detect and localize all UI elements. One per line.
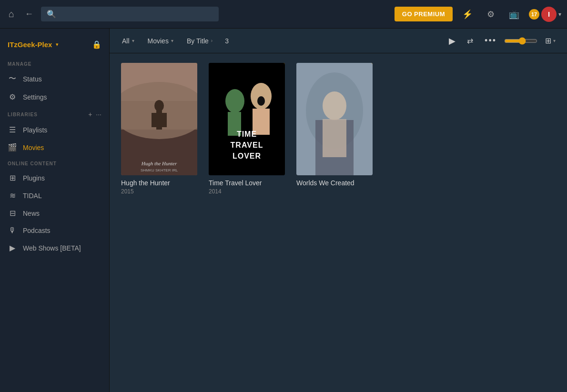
plugins-icon: ⊞ [8,173,17,182]
sidebar-item-news-label: News [23,210,40,217]
chevron-down-icon: ▾ [558,11,561,18]
manage-label: MANAGE [0,57,109,70]
sidebar-item-tidal[interactable]: ≋ TIDAL [0,187,109,204]
movies-chevron-icon: ▾ [171,38,173,43]
movie-poster-ttl: TIME TRAVEL LOVER [209,63,285,175]
svg-point-15 [257,96,265,106]
svg-text:LOVER: LOVER [233,152,261,160]
movie-title-wc: Worlds We Created [296,179,373,187]
webshows-icon: ▶ [8,243,17,252]
gear-icon: ⚙ [8,92,17,101]
user-area[interactable]: 17 I ▾ [529,7,561,22]
sidebar-item-settings-label: Settings [23,93,47,101]
libraries-label: LIBRARIES [8,112,88,117]
movies-icon: 🎬 [8,143,17,152]
notification-badge: 17 [529,9,539,20]
all-filter-button[interactable]: All ▾ [117,34,139,48]
lock-icon: 🔒 [92,40,101,49]
news-icon: ⊟ [8,209,17,218]
more-options-button[interactable]: ••• [481,33,500,49]
libraries-header: LIBRARIES + ··· [0,106,109,121]
settings-icon[interactable]: ⚙ [482,6,499,22]
count-badge: 3 [221,37,233,45]
avatar: I [541,7,557,22]
add-library-icon[interactable]: + [88,111,92,118]
svg-rect-7 [161,113,167,127]
movie-year-ttl: 2014 [209,188,285,195]
sidebar-item-movies[interactable]: 🎬 Movies [0,139,109,156]
svg-point-22 [323,91,346,120]
search-bar: 🔍 [41,7,219,21]
search-icon: 🔍 [47,10,56,19]
main-content: Hugh the Hunter SHMKU SKHTER IRL Hugh th… [110,53,567,392]
filter-bar: All ▾ Movies ▾ By Title › 3 ▶ ⇄ ••• ⊞ ▾ [110,29,567,53]
sort-arrow-icon: › [211,38,213,43]
play-all-button[interactable]: ▶ [445,33,459,49]
sidebar-item-status-label: Status [23,75,42,83]
main-layout: ITzGeek-Plex ▾ 🔒 MANAGE 〜 Status ⚙ Setti… [0,29,567,392]
sidebar-item-webshows-label: Web Shows [BETA] [23,244,81,252]
sidebar-item-playlists[interactable]: ☰ Playlists [0,121,109,139]
sidebar-item-playlists-label: Playlists [23,126,47,134]
sidebar-item-podcasts[interactable]: 🎙 Podcasts [0,222,109,239]
activity-icon[interactable]: ⚡ [457,6,477,22]
server-chevron-icon: ▾ [56,41,59,48]
tidal-icon: ≋ [8,191,17,200]
svg-text:Hugh the Hunter: Hugh the Hunter [141,161,177,166]
movie-poster-wc [296,63,373,175]
movie-title-ttl: Time Travel Lover [209,179,285,187]
movies-grid: Hugh the Hunter SHMKU SKHTER IRL Hugh th… [121,63,556,195]
movies-filter-button[interactable]: Movies ▾ [143,34,178,48]
libraries-actions: + ··· [88,111,101,118]
server-name: ITzGeek-Plex [8,40,52,49]
svg-text:SHMKU SKHTER IRL: SHMKU SKHTER IRL [141,168,178,172]
sidebar-item-podcasts-label: Podcasts [23,227,51,234]
sidebar-item-status[interactable]: 〜 Status [0,70,109,88]
movie-poster-hugh: Hugh the Hunter SHMKU SKHTER IRL [121,63,197,175]
search-input[interactable] [60,10,213,18]
svg-rect-23 [323,119,346,157]
zoom-range-input[interactable] [504,37,537,45]
sort-filter-button[interactable]: By Title › [182,34,217,48]
movie-card-hugh[interactable]: Hugh the Hunter SHMKU SKHTER IRL Hugh th… [121,63,197,195]
poster-art-ttl: TIME TRAVEL LOVER [209,63,285,175]
sidebar-item-settings[interactable]: ⚙ Settings [0,88,109,106]
svg-text:TIME: TIME [237,130,257,138]
movie-title-hugh: Hugh the Hunter [121,179,197,187]
zoom-slider [504,37,537,45]
top-nav: ⌂ ← 🔍 GO PREMIUM ⚡ ⚙ 📺 17 I ▾ [0,0,567,29]
go-premium-button[interactable]: GO PREMIUM [395,7,453,21]
svg-text:TRAVEL: TRAVEL [231,141,263,149]
shuffle-button[interactable]: ⇄ [463,33,477,48]
sidebar-item-plugins[interactable]: ⊞ Plugins [0,169,109,187]
podcasts-icon: 🎙 [8,226,17,235]
online-content-label: ONLINE CONTENT [0,156,109,169]
grid-view-button[interactable]: ⊞ ▾ [541,33,559,48]
svg-point-4 [154,100,164,111]
poster-art-wc [296,63,373,175]
back-icon[interactable]: ← [22,6,36,22]
status-icon: 〜 [8,74,17,84]
grid-icon: ⊞ [545,36,551,45]
playlist-icon: ☰ [8,125,17,134]
more-library-icon[interactable]: ··· [96,111,101,118]
right-panel: All ▾ Movies ▾ By Title › 3 ▶ ⇄ ••• ⊞ ▾ [110,29,567,392]
grid-chevron-icon: ▾ [553,38,556,43]
sidebar-item-plugins-label: Plugins [23,174,45,182]
home-icon[interactable]: ⌂ [6,6,17,22]
movie-card-wc[interactable]: Worlds We Created [296,63,373,195]
svg-rect-6 [152,113,157,127]
server-selector[interactable]: ITzGeek-Plex ▾ 🔒 [0,36,109,57]
sidebar-item-movies-label: Movies [23,144,44,151]
sidebar: ITzGeek-Plex ▾ 🔒 MANAGE 〜 Status ⚙ Setti… [0,29,110,392]
sidebar-item-webshows[interactable]: ▶ Web Shows [BETA] [0,239,109,257]
all-chevron-icon: ▾ [132,38,134,43]
cast-icon[interactable]: 📺 [504,6,524,22]
sidebar-item-news[interactable]: ⊟ News [0,204,109,222]
svg-point-11 [225,89,244,113]
sidebar-item-tidal-label: TIDAL [23,192,42,200]
movie-card-ttl[interactable]: TIME TRAVEL LOVER Time Travel Lover 2014 [209,63,285,195]
poster-art-hugh: Hugh the Hunter SHMKU SKHTER IRL [121,63,197,175]
movie-year-hugh: 2015 [121,188,197,195]
